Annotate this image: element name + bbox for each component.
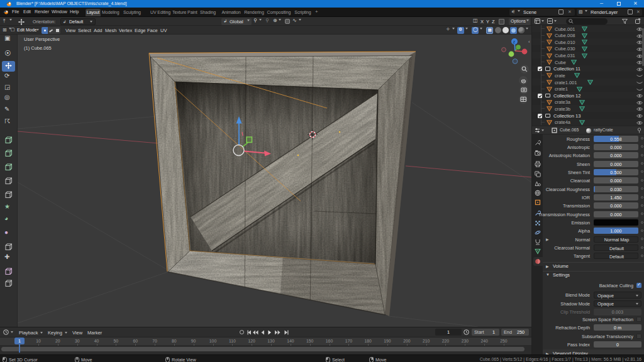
svg-text:(1) Cube.065: (1) Cube.065 (24, 45, 52, 51)
svg-text:Z: Z (513, 40, 516, 44)
svg-text:User Perspective: User Perspective (24, 36, 60, 42)
svg-text:‹: ‹ (528, 39, 530, 45)
